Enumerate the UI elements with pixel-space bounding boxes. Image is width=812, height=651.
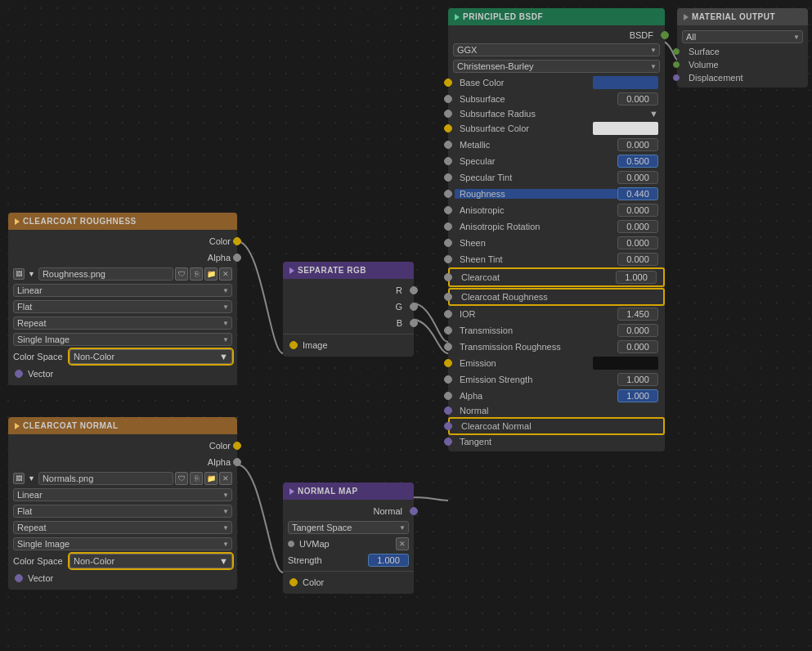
color-socket[interactable] [233, 237, 241, 245]
clearcoat-roughness-input-socket[interactable] [444, 293, 452, 301]
repeat-dropdown[interactable]: Repeat [13, 317, 232, 330]
specular-tint-socket[interactable] [444, 173, 452, 182]
strength-value[interactable]: 1.000 [368, 554, 409, 567]
linear-dropdown[interactable]: Linear [13, 488, 232, 501]
base-color-label: Base Color [455, 78, 593, 88]
r-socket[interactable] [410, 286, 418, 294]
metallic-socket[interactable] [444, 141, 452, 149]
transmission-value[interactable]: 0.000 [617, 324, 658, 337]
emission-swatch[interactable] [593, 357, 658, 370]
transmission-roughness-value[interactable]: 0.000 [617, 340, 658, 353]
emission-strength-socket[interactable] [444, 375, 452, 384]
color-space-dropdown[interactable]: Non-Color ▼ [70, 554, 232, 568]
subsurface-color-socket[interactable] [444, 124, 452, 132]
christensen-dropdown[interactable]: Christensen-Burley [453, 60, 660, 73]
normal-map-node: Normal Map Normal Tangent Space ▼ UVMap … [283, 483, 414, 594]
alpha-input-socket[interactable] [444, 392, 452, 400]
sheen-socket[interactable] [444, 239, 452, 247]
transmission-roughness-label: Transmission Roughness [455, 342, 617, 352]
ior-value[interactable]: 1.450 [617, 308, 658, 321]
subsurface-color-swatch[interactable] [593, 122, 658, 135]
linear-dropdown-row: Linear ▼ [8, 487, 237, 503]
flat-dropdown[interactable]: Flat [13, 505, 232, 518]
anisotropic-socket[interactable] [444, 206, 452, 214]
specular-socket[interactable] [444, 157, 452, 165]
close-icon[interactable]: ✕ [219, 267, 232, 281]
shield-icon[interactable]: 🛡 [175, 267, 188, 281]
image-socket[interactable] [289, 341, 298, 349]
emission-strength-value[interactable]: 1.000 [617, 373, 658, 386]
specular-tint-value[interactable]: 0.000 [617, 171, 658, 184]
clearcoat-socket[interactable] [444, 273, 452, 281]
single-image-dropdown[interactable]: Single Image [13, 537, 232, 550]
normal-input-socket[interactable] [444, 406, 452, 415]
alpha-value[interactable]: 1.000 [617, 389, 658, 402]
specular-value[interactable]: 0.500 [617, 155, 658, 168]
b-socket[interactable] [410, 319, 418, 327]
transmission-socket[interactable] [444, 326, 452, 334]
volume-socket[interactable] [673, 61, 680, 68]
flat-dropdown[interactable]: Flat [13, 300, 232, 313]
shield-icon[interactable]: 🛡 [175, 472, 188, 485]
alpha-socket[interactable] [233, 254, 241, 262]
clearcoat-normal-input-socket[interactable] [444, 422, 452, 430]
close-icon[interactable]: ✕ [396, 537, 409, 550]
copy-icon[interactable]: ⎘ [190, 472, 203, 485]
color-socket[interactable] [289, 578, 298, 586]
transmission-roughness-socket[interactable] [444, 343, 452, 351]
ior-socket[interactable] [444, 310, 452, 318]
clearcoat-value[interactable]: 1.000 [616, 271, 657, 284]
emission-strength-row: Emission Strength 1.000 [448, 371, 665, 388]
dropdown-arrow-sm[interactable]: ▼ [26, 474, 37, 483]
base-color-swatch[interactable] [593, 76, 658, 89]
displacement-row: Displacement [677, 71, 808, 84]
anisotropic-rotation-value[interactable]: 0.000 [617, 220, 658, 233]
color-space-arrow-icon: ▼ [219, 352, 228, 361]
vector-socket[interactable] [15, 574, 23, 582]
vector-socket[interactable] [15, 370, 23, 378]
strength-label: Strength [288, 555, 368, 565]
bsdf-socket[interactable] [661, 31, 669, 39]
file-row: 🖼 ▼ Normals.png 🛡 ⎘ 📁 ✕ [8, 470, 237, 487]
displacement-socket[interactable] [673, 74, 680, 81]
emission-socket[interactable] [444, 359, 452, 367]
roughness-socket[interactable] [444, 190, 452, 198]
metallic-value[interactable]: 0.000 [617, 138, 658, 151]
header-triangle-icon [455, 14, 460, 20]
file-name-field[interactable]: Roughness.png [38, 267, 173, 281]
folder-icon[interactable]: 📁 [204, 267, 218, 281]
subsurface-radius-socket[interactable] [444, 110, 452, 118]
base-color-socket[interactable] [444, 79, 452, 87]
sheen-value[interactable]: 0.000 [617, 236, 658, 249]
clearcoat-normal-body: Color Alpha 🖼 ▼ Normals.png 🛡 ⎘ 📁 ✕ Line… [8, 434, 237, 590]
anisotropic-value[interactable]: 0.000 [617, 204, 658, 217]
color-socket[interactable] [233, 442, 241, 450]
color-space-dropdown[interactable]: Non-Color ▼ [70, 349, 232, 364]
repeat-dropdown[interactable]: Repeat [13, 521, 232, 534]
dropdown-arrow-sm[interactable]: ▼ [26, 270, 37, 278]
folder-icon[interactable]: 📁 [204, 472, 218, 485]
copy-icon[interactable]: ⎘ [190, 267, 203, 281]
file-name-field[interactable]: Normals.png [38, 472, 173, 485]
repeat-dropdown-wrapper: Repeat ▼ [13, 521, 232, 534]
all-dropdown[interactable]: All [682, 30, 803, 43]
ggx-dropdown[interactable]: GGX [453, 43, 660, 56]
linear-dropdown[interactable]: Linear [13, 284, 232, 297]
header-triangle-icon [684, 14, 689, 20]
tangent-socket[interactable] [444, 438, 452, 446]
sheen-tint-value[interactable]: 0.000 [617, 253, 658, 266]
anisotropic-rotation-socket[interactable] [444, 222, 452, 231]
alpha-socket[interactable] [233, 458, 241, 466]
uvmap-label: UVMap [299, 539, 393, 549]
surface-socket[interactable] [673, 48, 680, 55]
subsurface-socket[interactable] [444, 95, 452, 103]
tangent-space-dropdown[interactable]: Tangent Space [288, 521, 409, 534]
close-icon[interactable]: ✕ [219, 472, 232, 485]
single-image-dropdown[interactable]: Single Image [13, 333, 232, 346]
roughness-value[interactable]: 0.440 [617, 187, 658, 200]
g-socket[interactable] [410, 303, 418, 311]
sheen-tint-socket[interactable] [444, 255, 452, 263]
ior-label: IOR [455, 309, 617, 319]
subsurface-value[interactable]: 0.000 [617, 92, 658, 106]
normal-socket[interactable] [410, 507, 418, 515]
